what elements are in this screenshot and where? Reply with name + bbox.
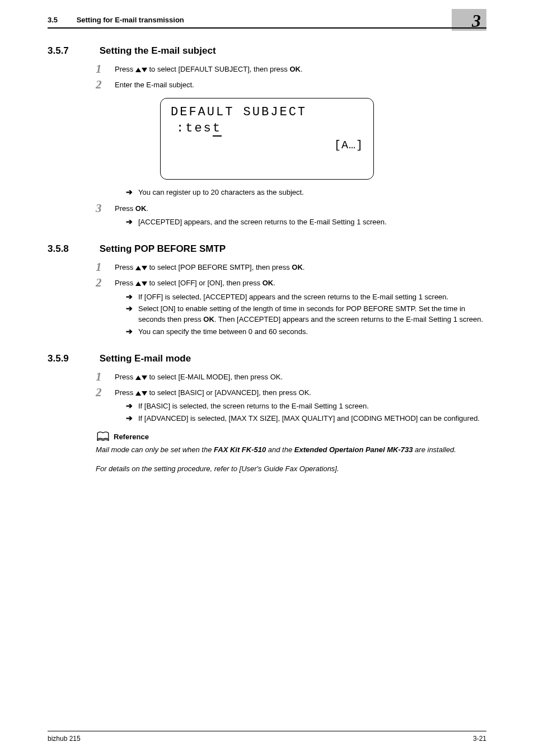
text: . (301, 65, 303, 73)
text: Press (115, 279, 135, 287)
step-359-2: 2 Press to select [BASIC] or [ADVANCED],… (48, 387, 486, 398)
footer-left: bizhub 215 (48, 735, 81, 743)
step-number: 1 (96, 261, 115, 273)
reference-body-1: Mail mode can only be set when the FAX K… (96, 444, 486, 456)
step-number: 2 (96, 387, 115, 398)
text: Press (115, 373, 135, 381)
lcd-line-2: :test (171, 121, 363, 135)
note-text: You can specify the time between 0 and 6… (138, 327, 486, 337)
step-text: Press OK. (115, 203, 486, 214)
book-icon (96, 431, 110, 442)
note-359-a: ➔ If [BASIC] is selected, the screen ret… (48, 401, 486, 412)
header-left: 3.5 Setting for E-mail transmission (48, 16, 486, 24)
up-triangle-icon (135, 391, 141, 396)
key-ok: OK (135, 204, 147, 213)
product-name: Extended Opertaion Panel MK-733 (294, 445, 413, 454)
section-title: Setting the E-mail subject (100, 45, 216, 57)
note-text: Select [ON] to enable setting of the len… (138, 304, 486, 325)
header-section-number: 3.5 (48, 16, 74, 24)
step-number: 1 (96, 63, 115, 74)
up-triangle-icon (135, 281, 141, 286)
footer-right: 3-21 (473, 735, 486, 743)
reference-heading: Reference (114, 433, 149, 441)
step-text: Enter the E-mail subject. (115, 79, 486, 90)
arrow-icon: ➔ (126, 292, 138, 303)
step-358-1: 1 Press to select [POP BEFORE SMTP], the… (48, 261, 486, 273)
section-num: 3.5.9 (48, 353, 97, 364)
text: to select [POP BEFORE SMTP], then press (147, 263, 292, 271)
reference-heading-row: Reference (96, 431, 486, 442)
step-number: 2 (96, 277, 115, 288)
note-text: If [BASIC] is selected, the screen retur… (138, 401, 486, 412)
section-heading-357: 3.5.7 Setting the E-mail subject (48, 45, 486, 57)
text: . (303, 263, 305, 271)
up-triangle-icon (135, 266, 141, 270)
note-358-c: ➔ You can specify the time between 0 and… (48, 327, 486, 337)
section-title: Setting POP BEFORE SMTP (100, 243, 226, 255)
page-footer: bizhub 215 3-21 (48, 731, 486, 743)
text: Press (115, 65, 135, 73)
reference-block: Reference Mail mode can only be set when… (48, 431, 486, 474)
down-triangle-icon (142, 375, 147, 380)
note-357-b: ➔ [ACCEPTED] appears, and the screen ret… (48, 217, 486, 228)
note-text: If [ADVANCED] is selected, [MAX TX SIZE]… (138, 414, 486, 424)
step-number: 1 (96, 371, 115, 382)
text: to select [DEFAULT SUBJECT], then press (147, 65, 290, 73)
lcd-cursor-char: t (213, 121, 222, 137)
text: Press (115, 263, 135, 271)
step-text: Press to select [E-MAIL MODE], then pres… (115, 371, 486, 382)
step-text: Press to select [DEFAULT SUBJECT], then … (115, 63, 486, 74)
step-text: Press to select [OFF] or [ON], then pres… (115, 277, 486, 288)
text: . (273, 279, 275, 287)
step-357-3: 3 Press OK. (48, 203, 486, 214)
arrow-icon: ➔ (126, 414, 138, 424)
down-triangle-icon (142, 281, 147, 286)
page: 3.5 Setting for E-mail transmission 3 3.… (0, 0, 534, 756)
text: to select [OFF] or [ON], then press (147, 279, 263, 287)
text: . Then [ACCEPTED] appears and the screen… (214, 315, 483, 323)
down-triangle-icon (142, 68, 147, 72)
text: are installed. (413, 445, 456, 454)
note-text: [ACCEPTED] appears, and the screen retur… (138, 217, 486, 228)
note-358-a: ➔ If [OFF] is selected, [ACCEPTED] appea… (48, 292, 486, 303)
note-358-b: ➔ Select [ON] to enable setting of the l… (48, 304, 486, 325)
lcd-line-3: [A…] (171, 139, 363, 152)
section-num: 3.5.8 (48, 243, 97, 255)
section-heading-358: 3.5.8 Setting POP BEFORE SMTP (48, 243, 486, 255)
note-357-a: ➔ You can register up to 20 characters a… (48, 187, 486, 198)
text: to select [BASIC] or [ADVANCED], then pr… (147, 388, 311, 397)
chapter-tab: 3 (452, 9, 486, 31)
note-text: You can register up to 20 characters as … (138, 187, 486, 198)
arrow-icon: ➔ (126, 187, 138, 198)
step-359-1: 1 Press to select [E-MAIL MODE], then pr… (48, 371, 486, 382)
step-357-2: 2 Enter the E-mail subject. (48, 79, 486, 90)
text: Mail mode can only be set when the (96, 445, 214, 454)
lcd-display: DEFAULT SUBJECT :test [A…] (160, 98, 374, 180)
lcd-line-1: DEFAULT SUBJECT (171, 105, 363, 119)
step-358-2: 2 Press to select [OFF] or [ON], then pr… (48, 277, 486, 288)
page-header: 3.5 Setting for E-mail transmission 3 (48, 16, 486, 30)
note-text: If [OFF] is selected, [ACCEPTED] appears… (138, 292, 486, 303)
key-ok: OK (289, 65, 301, 73)
key-ok: OK (263, 279, 274, 287)
text: Press (115, 388, 135, 397)
section-title: Setting E-mail mode (100, 353, 191, 364)
down-triangle-icon (142, 391, 147, 396)
product-name: FAX Kit FK-510 (214, 445, 266, 454)
arrow-icon: ➔ (126, 217, 138, 228)
up-triangle-icon (135, 68, 141, 72)
text: and the (266, 445, 294, 454)
down-triangle-icon (142, 266, 147, 270)
header-section-title: Setting for E-mail transmission (77, 16, 184, 24)
text: . (146, 204, 148, 213)
step-text: Press to select [BASIC] or [ADVANCED], t… (115, 387, 486, 398)
reference-body-2: For details on the setting procedure, re… (96, 463, 486, 475)
arrow-icon: ➔ (126, 304, 138, 325)
lcd-text: :tes (176, 121, 213, 135)
chapter-number: 3 (472, 11, 481, 31)
note-359-b: ➔ If [ADVANCED] is selected, [MAX TX SIZ… (48, 414, 486, 424)
section-num: 3.5.7 (48, 45, 97, 57)
step-number: 2 (96, 79, 115, 90)
arrow-icon: ➔ (126, 401, 138, 412)
step-text: Press to select [POP BEFORE SMTP], then … (115, 261, 486, 273)
